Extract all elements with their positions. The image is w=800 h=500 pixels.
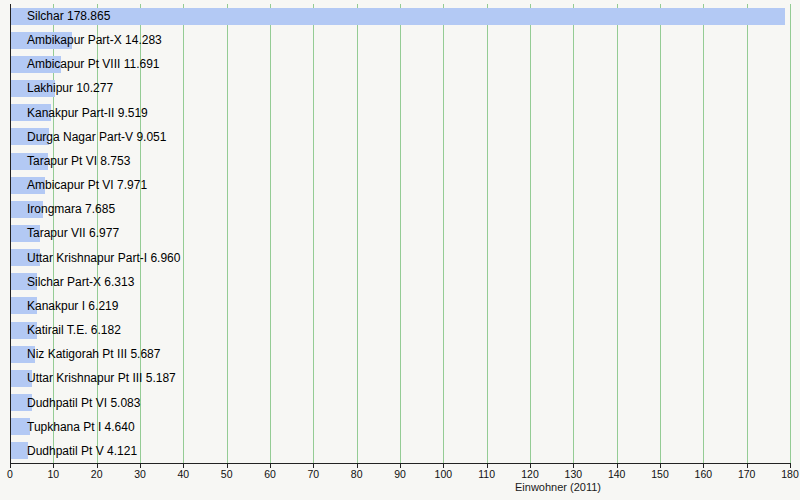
bar-label: Silchar 178.865: [27, 4, 110, 28]
x-axis-tick-label: 90: [394, 468, 406, 480]
x-axis-tick-label: 20: [91, 468, 103, 480]
x-axis-tick-label: 50: [221, 468, 233, 480]
x-axis-tick-label: 180: [781, 468, 799, 480]
x-axis-tick-label: 130: [565, 468, 583, 480]
plot-area: Silchar 178.865Ambikapur Part-X 14.283Am…: [0, 0, 800, 500]
bar-label: Ambicapur Pt VIII 11.691: [27, 52, 160, 76]
bar-label: Irongmara 7.685: [27, 197, 115, 221]
gridline: [790, 4, 791, 463]
bar-label: Tarapur VII 6.977: [27, 221, 119, 245]
bar-label: Kanakpur Part-II 9.519: [27, 101, 148, 125]
x-axis-tick-label: 110: [478, 468, 495, 480]
gridline: [313, 4, 314, 463]
bar-label: Lakhipur 10.277: [27, 76, 113, 100]
bar-label: Ambicapur Pt VI 7.971: [27, 173, 147, 197]
gridline: [357, 4, 358, 463]
x-axis-tick-label: 40: [177, 468, 189, 480]
bar-label: Ambikapur Part-X 14.283: [27, 28, 162, 52]
gridline: [530, 4, 531, 463]
bar-label: Niz Katigorah Pt III 5.687: [27, 342, 160, 366]
x-axis-tick-label: 0: [7, 468, 13, 480]
bar-label: Silchar Part-X 6.313: [27, 270, 134, 294]
x-axis-tick-label: 160: [695, 468, 713, 480]
x-axis-tick-label: 30: [134, 468, 146, 480]
gridline: [747, 4, 748, 463]
x-axis-tick-label: 120: [521, 468, 539, 480]
bar-label: Dudhpatil Pt VI 5.083: [27, 391, 140, 415]
x-axis-tick-label: 80: [351, 468, 363, 480]
x-axis-tick-label: 170: [738, 468, 756, 480]
gridline: [573, 4, 574, 463]
bar-label: Dudhpatil Pt V 4.121: [27, 439, 137, 463]
bar-label: Kanakpur I 6.219: [27, 294, 118, 318]
gridline: [227, 4, 228, 463]
x-axis-tick-label: 140: [608, 468, 626, 480]
gridline: [703, 4, 704, 463]
bar: [11, 442, 28, 459]
x-axis-label: Einwohner (2011): [515, 481, 601, 493]
bar-label: Uttar Krishnapur Pt III 5.187: [27, 366, 176, 390]
x-axis-tick-label: 70: [307, 468, 319, 480]
gridline: [617, 4, 618, 463]
gridline: [487, 4, 488, 463]
x-axis-tick-label: 60: [264, 468, 276, 480]
x-axis-tick-label: 150: [651, 468, 669, 480]
gridline: [270, 4, 271, 463]
gridline: [400, 4, 401, 463]
bar-label: Tupkhana Pt I 4.640: [27, 415, 135, 439]
bar-label: Katirail T.E. 6.182: [27, 318, 121, 342]
y-axis-line: [10, 4, 11, 463]
bar-label: Tarapur Pt VI 8.753: [27, 149, 130, 173]
bar-chart: Silchar 178.865Ambikapur Part-X 14.283Am…: [0, 0, 800, 500]
x-axis-tick-label: 100: [435, 468, 453, 480]
gridline: [660, 4, 661, 463]
x-axis-tick-label: 10: [47, 468, 59, 480]
bar-label: Durga Nagar Part-V 9.051: [27, 125, 166, 149]
gridline: [443, 4, 444, 463]
gridline: [183, 4, 184, 463]
bar: [11, 8, 785, 25]
bar-label: Uttar Krishnapur Part-I 6.960: [27, 246, 180, 270]
